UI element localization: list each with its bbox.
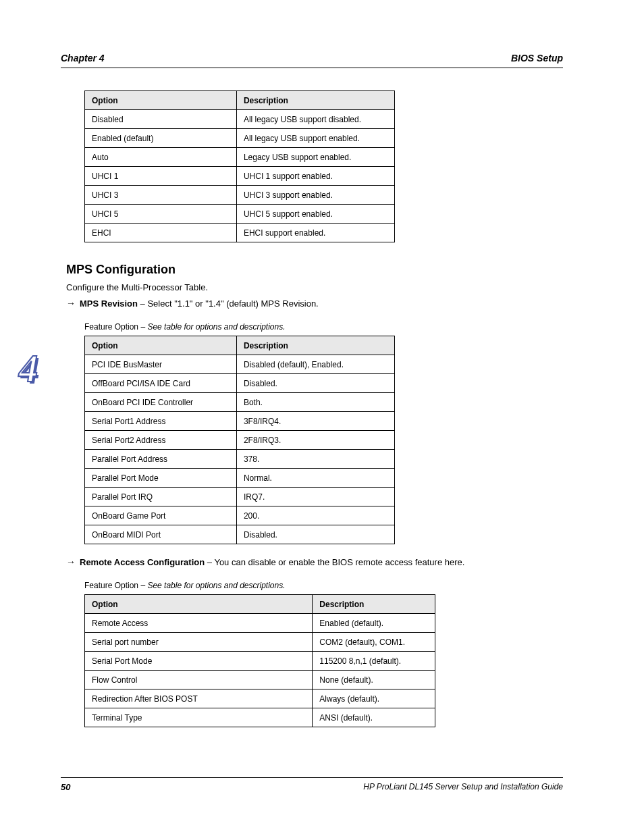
table-row: EHCIEHCI support enabled. <box>85 224 395 242</box>
table-cell: Normal. <box>236 469 394 488</box>
table-row: Remote AccessEnabled (default). <box>85 614 435 633</box>
table-cell: Serial Port1 Address <box>85 412 237 431</box>
arrow-right-icon: → <box>66 298 76 309</box>
table-cell: OnBoard PCI IDE Controller <box>85 393 237 412</box>
table-row: Serial Port1 Address3F8/IRQ4. <box>85 412 395 431</box>
table-cell: UHCI 1 support enabled. <box>236 167 394 186</box>
mps-revision-text: MPS Revision – Select "1.1" or "1.4" (de… <box>80 298 319 309</box>
section-title: MPS Configuration <box>66 263 563 277</box>
table-cell: Redirection After BIOS POST <box>85 689 313 708</box>
page-footer: 50 HP ProLiant DL145 Server Setup and In… <box>61 777 563 792</box>
table-cell: Disabled <box>85 110 237 129</box>
table-cell: EHCI <box>85 224 237 242</box>
arrow-right-icon: → <box>66 556 76 567</box>
mps-desc: Select "1.1" or "1.4" (default) MPS Revi… <box>147 298 318 309</box>
remote-access-line: → Remote Access Configuration – You can … <box>66 556 563 567</box>
table-cell: COM2 (default), COM1. <box>313 633 435 652</box>
table-cell: 2F8/IRQ3. <box>236 431 394 450</box>
table-cell: OffBoard PCI/ISA IDE Card <box>85 374 237 393</box>
table-row: Parallel Port IRQIRQ7. <box>85 488 395 506</box>
table-3: Option Description Remote AccessEnabled … <box>84 594 435 727</box>
table-cell: Serial port number <box>85 633 313 652</box>
table-row: Parallel Port Address378. <box>85 450 395 469</box>
table-cell: Terminal Type <box>85 708 313 727</box>
table-row: Flow ControlNone (default). <box>85 671 435 689</box>
table-row: OnBoard PCI IDE ControllerBoth. <box>85 393 395 412</box>
table-row: OnBoard MIDI PortDisabled. <box>85 525 395 544</box>
table-row: Serial Port Mode115200 8,n,1 (default). <box>85 652 435 671</box>
table-row: Serial port numberCOM2 (default), COM1. <box>85 633 435 652</box>
header-left: Chapter 4 <box>61 53 105 63</box>
table-header-row: Option Description <box>85 336 395 355</box>
table-row: Redirection After BIOS POSTAlways (defau… <box>85 689 435 708</box>
table-cell: Both. <box>236 393 394 412</box>
table-cell: Parallel Port Address <box>85 450 237 469</box>
table-cell: IRQ7. <box>236 488 394 506</box>
table-cell: UHCI 5 <box>85 205 237 224</box>
page-number: 50 <box>61 782 70 792</box>
chapter-marker: 4 <box>19 350 38 388</box>
th-option: Option <box>85 336 237 355</box>
table-row: Terminal TypeANSI (default). <box>85 708 435 727</box>
table-cell: OnBoard MIDI Port <box>85 525 237 544</box>
caption-prefix: Feature Option <box>84 322 138 332</box>
mps-revision-line: → MPS Revision – Select "1.1" or "1.4" (… <box>66 298 563 309</box>
table-row: DisabledAll legacy USB support disabled. <box>85 110 395 129</box>
table-cell: UHCI 1 <box>85 167 237 186</box>
table-cell: All legacy USB support disabled. <box>236 110 394 129</box>
table-cell: Serial Port2 Address <box>85 431 237 450</box>
footer-text: HP ProLiant DL145 Server Setup and Insta… <box>363 782 563 792</box>
table-cell: 378. <box>236 450 394 469</box>
table-cell: ANSI (default). <box>313 708 435 727</box>
table-cell: Remote Access <box>85 614 313 633</box>
table-cell: Disabled. <box>236 374 394 393</box>
table-1: Option Description DisabledAll legacy US… <box>84 90 395 242</box>
table-header-row: Option Description <box>85 91 395 110</box>
table-cell: Serial Port Mode <box>85 652 313 671</box>
table-cell: UHCI 3 <box>85 186 237 205</box>
table-cell: Always (default). <box>313 689 435 708</box>
table-cell: Disabled. <box>236 525 394 544</box>
table-row: OffBoard PCI/ISA IDE CardDisabled. <box>85 374 395 393</box>
table-cell: Parallel Port Mode <box>85 469 237 488</box>
table-row: PCI IDE BusMasterDisabled (default), Ena… <box>85 355 395 374</box>
table-cell: Flow Control <box>85 671 313 689</box>
table-row: UHCI 1UHCI 1 support enabled. <box>85 167 395 186</box>
table-3-caption: Feature Option – See table for options a… <box>84 581 563 590</box>
table-cell: None (default). <box>313 671 435 689</box>
table-header-row: Option Description <box>85 595 435 614</box>
th-description: Description <box>313 595 435 614</box>
mps-label: MPS Revision <box>80 298 138 309</box>
caption-prefix: Feature Option <box>84 581 138 590</box>
table-row: Serial Port2 Address2F8/IRQ3. <box>85 431 395 450</box>
table-row: Enabled (default)All legacy USB support … <box>85 129 395 148</box>
table-2: Option Description PCI IDE BusMasterDisa… <box>84 336 395 544</box>
section-subtitle: Configure the Multi-Processor Table. <box>66 282 563 292</box>
table-cell: All legacy USB support enabled. <box>236 129 394 148</box>
table-cell: Enabled (default). <box>313 614 435 633</box>
table-cell: PCI IDE BusMaster <box>85 355 237 374</box>
th-description: Description <box>236 91 394 110</box>
table-row: Parallel Port ModeNormal. <box>85 469 395 488</box>
th-description: Description <box>236 336 394 355</box>
table-cell: 115200 8,n,1 (default). <box>313 652 435 671</box>
table-cell: 3F8/IRQ4. <box>236 412 394 431</box>
header-right: BIOS Setup <box>511 53 563 63</box>
table-cell: UHCI 3 support enabled. <box>236 186 394 205</box>
table-row: AutoLegacy USB support enabled. <box>85 148 395 167</box>
table-cell: Enabled (default) <box>85 129 237 148</box>
table-row: OnBoard Game Port200. <box>85 506 395 525</box>
table-cell: EHCI support enabled. <box>236 224 394 242</box>
page-header: Chapter 4 BIOS Setup <box>61 53 563 68</box>
th-option: Option <box>85 91 237 110</box>
table-cell: Parallel Port IRQ <box>85 488 237 506</box>
table-cell: Disabled (default), Enabled. <box>236 355 394 374</box>
remote-access-text: Remote Access Configuration – You can di… <box>80 557 464 567</box>
th-option: Option <box>85 595 313 614</box>
remote-label: Remote Access Configuration <box>80 557 205 567</box>
table-cell: OnBoard Game Port <box>85 506 237 525</box>
remote-desc: You can disable or enable the BIOS remot… <box>214 557 464 567</box>
table-row: UHCI 3UHCI 3 support enabled. <box>85 186 395 205</box>
table-cell: 200. <box>236 506 394 525</box>
table-cell: UHCI 5 support enabled. <box>236 205 394 224</box>
